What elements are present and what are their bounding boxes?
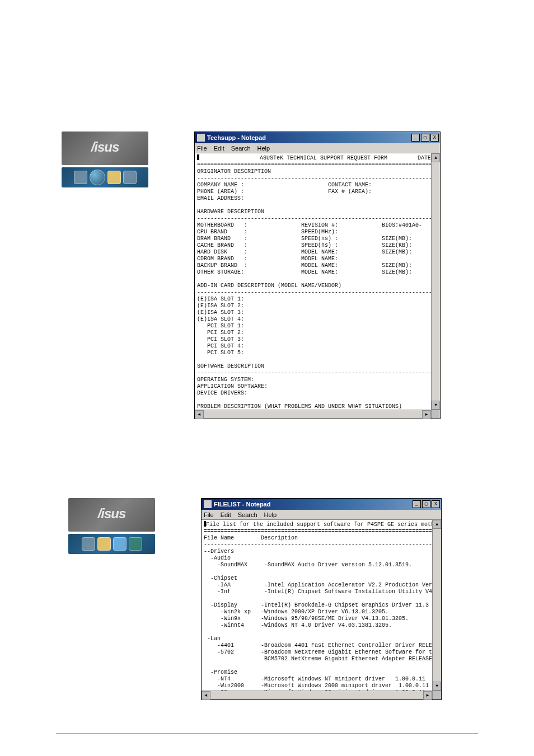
menu-edit[interactable]: Edit — [214, 145, 224, 152]
vertical-scrollbar[interactable]: ▲ ▼ — [431, 153, 440, 410]
horizontal-scrollbar[interactable]: ◄ ► — [195, 410, 431, 419]
scroll-left-button[interactable]: ◄ — [202, 691, 210, 700]
app-icon — [197, 134, 205, 142]
autorun-icon-bar — [62, 167, 148, 187]
minimize-button[interactable]: _ — [413, 500, 421, 508]
autorun-icon-highlight[interactable] — [107, 171, 121, 184]
menu-edit[interactable]: Edit — [221, 511, 231, 518]
scroll-up-button[interactable]: ▲ — [432, 153, 440, 162]
horizontal-scrollbar[interactable]: ◄ ► — [202, 691, 432, 699]
scroll-left-button[interactable]: ◄ — [195, 410, 204, 419]
autorun-icon-1[interactable] — [82, 537, 95, 551]
close-button[interactable]: X — [430, 134, 439, 142]
scroll-down-button[interactable]: ▼ — [432, 401, 440, 410]
vertical-scrollbar[interactable]: ▲ ▼ — [432, 520, 441, 691]
autorun-icon-4[interactable] — [123, 171, 137, 184]
globe-icon[interactable] — [90, 170, 105, 185]
autorun-icon-4[interactable] — [129, 537, 142, 551]
menu-search[interactable]: Search — [238, 511, 257, 518]
scroll-up-button[interactable]: ▲ — [433, 520, 441, 529]
menu-file[interactable]: File — [204, 511, 214, 518]
autorun-icon-1[interactable] — [74, 171, 87, 184]
titlebar[interactable]: Techsupp - Notepad _ ▢ X — [195, 132, 440, 143]
minimize-button[interactable]: _ — [411, 134, 420, 142]
asus-logo: /isus — [68, 498, 155, 532]
menu-file[interactable]: File — [197, 145, 207, 152]
autorun-icon-bar — [68, 534, 155, 554]
resize-grip[interactable] — [432, 691, 441, 699]
scroll-right-button[interactable]: ► — [422, 410, 431, 419]
menu-bar: File Edit Search Help — [195, 143, 440, 153]
window-title: FILELIST - Notepad — [214, 501, 270, 508]
page-footer-rule — [56, 733, 478, 734]
scroll-right-button[interactable]: ► — [423, 691, 432, 700]
notepad-window-filelist: FILELIST - Notepad _ ▢ X File Edit Searc… — [201, 498, 442, 700]
menu-help[interactable]: Help — [257, 145, 270, 152]
autorun-icon-3[interactable] — [113, 537, 127, 551]
asus-logo: /isus — [62, 132, 148, 165]
text-area[interactable]: File list for the included support softw… — [202, 520, 432, 691]
maximize-button[interactable]: ▢ — [421, 134, 429, 142]
autorun-icon-highlight[interactable] — [97, 537, 111, 551]
menu-search[interactable]: Search — [231, 145, 251, 152]
close-button[interactable]: X — [432, 500, 440, 508]
scroll-down-button[interactable]: ▼ — [433, 682, 441, 691]
window-title: Techsupp - Notepad — [207, 134, 266, 141]
resize-grip[interactable] — [431, 410, 440, 419]
menu-help[interactable]: Help — [264, 511, 277, 518]
maximize-button[interactable]: ▢ — [422, 500, 430, 508]
titlebar[interactable]: FILELIST - Notepad _ ▢ X — [202, 499, 441, 510]
text-area[interactable]: ASUSTeK TECHNICAL SUPPORT REQUEST FORM D… — [195, 153, 431, 410]
app-icon — [204, 500, 212, 508]
notepad-window-techsupp: Techsupp - Notepad _ ▢ X File Edit Searc… — [194, 132, 441, 419]
menu-bar: File Edit Search Help — [202, 510, 441, 520]
